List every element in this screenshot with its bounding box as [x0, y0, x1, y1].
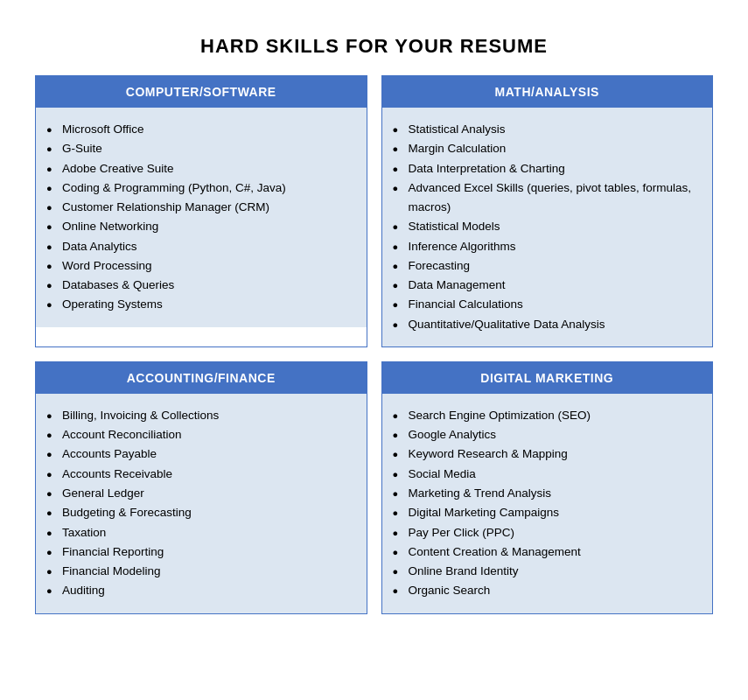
- list-item: Online Brand Identity: [391, 562, 699, 581]
- list-item: Organic Search: [391, 581, 699, 600]
- card-accounting-finance: ACCOUNTING/FINANCEBilling, Invoicing & C…: [35, 361, 367, 614]
- list-item: Taxation: [45, 523, 353, 542]
- list-item: Keyword Research & Mapping: [391, 444, 699, 464]
- list-item: Coding & Programming (Python, C#, Java): [45, 178, 353, 198]
- list-item: Statistical Models: [391, 217, 699, 236]
- card-digital-marketing: DIGITAL MARKETINGSearch Engine Optimizat…: [381, 361, 714, 614]
- list-item: Inference Algorithms: [391, 237, 699, 256]
- list-item: Auditing: [45, 581, 353, 600]
- list-item: Margin Calculation: [391, 139, 699, 158]
- list-item: Customer Relationship Manager (CRM): [45, 198, 353, 217]
- list-item: Data Interpretation & Charting: [391, 159, 699, 178]
- list-item: General Ledger: [45, 484, 353, 503]
- card-body-digital-marketing: Search Engine Optimization (SEO)Google A…: [382, 394, 713, 613]
- list-item: Word Processing: [45, 256, 353, 276]
- list-item: Accounts Payable: [45, 444, 353, 464]
- card-header-accounting-finance: ACCOUNTING/FINANCE: [36, 362, 367, 394]
- list-item: Search Engine Optimization (SEO): [391, 406, 699, 425]
- card-header-math-analysis: MATH/ANALYSIS: [382, 76, 713, 108]
- list-item: Adobe Creative Suite: [45, 159, 353, 178]
- list-item: G-Suite: [45, 139, 353, 158]
- list-item: Billing, Invoicing & Collections: [45, 406, 353, 425]
- list-item: Advanced Excel Skills (queries, pivot ta…: [391, 178, 699, 218]
- page-container: HARD SKILLS FOR YOUR RESUME COMPUTER/SOF…: [17, 18, 731, 632]
- skills-list-digital-marketing: Search Engine Optimization (SEO)Google A…: [391, 406, 699, 601]
- list-item: Budgeting & Forecasting: [45, 503, 353, 522]
- list-item: Marketing & Trend Analysis: [391, 484, 699, 503]
- list-item: Statistical Analysis: [391, 120, 699, 139]
- list-item: Social Media: [391, 465, 699, 484]
- list-item: Online Networking: [45, 217, 353, 236]
- list-item: Content Creation & Management: [391, 542, 699, 562]
- list-item: Operating Systems: [45, 295, 353, 314]
- card-body-computer-software: Microsoft OfficeG-SuiteAdobe Creative Su…: [36, 108, 367, 327]
- card-math-analysis: MATH/ANALYSISStatistical AnalysisMargin …: [381, 75, 714, 347]
- list-item: Databases & Queries: [45, 276, 353, 295]
- card-computer-software: COMPUTER/SOFTWAREMicrosoft OfficeG-Suite…: [35, 75, 367, 347]
- card-body-accounting-finance: Billing, Invoicing & CollectionsAccount …: [36, 394, 367, 613]
- list-item: Digital Marketing Campaigns: [391, 503, 699, 522]
- skills-grid: COMPUTER/SOFTWAREMicrosoft OfficeG-Suite…: [35, 75, 713, 614]
- list-item: Data Analytics: [45, 237, 353, 256]
- list-item: Account Reconciliation: [45, 425, 353, 444]
- skills-list-math-analysis: Statistical AnalysisMargin CalculationDa…: [391, 120, 699, 334]
- list-item: Quantitative/Qualitative Data Analysis: [391, 315, 699, 334]
- list-item: Data Management: [391, 276, 699, 295]
- card-header-digital-marketing: DIGITAL MARKETING: [382, 362, 713, 394]
- card-body-math-analysis: Statistical AnalysisMargin CalculationDa…: [382, 108, 713, 346]
- list-item: Accounts Receivable: [45, 465, 353, 484]
- list-item: Financial Modeling: [45, 562, 353, 581]
- list-item: Financial Calculations: [391, 295, 699, 314]
- list-item: Microsoft Office: [45, 120, 353, 139]
- skills-list-computer-software: Microsoft OfficeG-SuiteAdobe Creative Su…: [45, 120, 353, 315]
- card-header-computer-software: COMPUTER/SOFTWARE: [36, 76, 367, 108]
- page-title: HARD SKILLS FOR YOUR RESUME: [35, 35, 713, 58]
- list-item: Forecasting: [391, 256, 699, 276]
- skills-list-accounting-finance: Billing, Invoicing & CollectionsAccount …: [45, 406, 353, 601]
- list-item: Financial Reporting: [45, 542, 353, 562]
- list-item: Pay Per Click (PPC): [391, 523, 699, 542]
- list-item: Google Analytics: [391, 425, 699, 444]
